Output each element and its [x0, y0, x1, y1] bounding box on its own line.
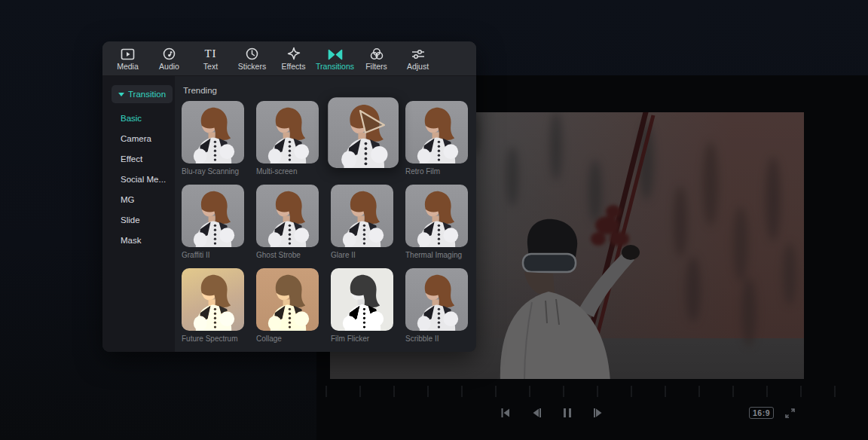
sidebar-item-slide[interactable]: Slide — [121, 215, 175, 236]
transition-card[interactable]: Scribble II — [405, 268, 468, 343]
transition-card[interactable]: Future Spectrum — [182, 268, 244, 343]
sidebar-item-mg[interactable]: MG — [121, 195, 175, 215]
transition-thumbnail — [182, 101, 244, 163]
tab-label: Effects — [282, 62, 306, 71]
transition-label: Future Spectrum — [182, 335, 244, 343]
transitions-icon — [328, 47, 343, 60]
sidebar-item-effect[interactable]: Effect — [121, 154, 175, 175]
transitions-grid: Blu-ray Scanning Multi-screen Retro Film — [182, 101, 476, 343]
tab-label: Text — [203, 62, 218, 71]
transition-label: Ghost Strobe — [256, 251, 319, 259]
transition-thumbnail — [405, 185, 468, 247]
playback-controls — [500, 407, 604, 418]
transition-thumbnail — [331, 185, 393, 247]
fullscreen-icon[interactable] — [784, 408, 796, 420]
transition-thumbnail — [256, 185, 319, 247]
transition-label: Multi-screen — [256, 167, 319, 176]
transition-card[interactable]: Retro Film — [405, 101, 468, 176]
transitions-content: Trending Blu-ray Scanning Multi-screen — [175, 76, 476, 352]
transition-card[interactable]: Collage — [256, 268, 319, 343]
transition-label: Blu-ray Scanning — [182, 167, 244, 176]
transition-label: Film Flicker — [331, 335, 393, 343]
tab-label: Audio — [159, 62, 179, 71]
next-frame-icon[interactable] — [592, 407, 604, 418]
transition-label: Collage — [256, 335, 319, 343]
transition-thumbnail — [328, 97, 399, 168]
transition-thumbnail — [256, 268, 319, 331]
transition-card[interactable]: Multi-screen — [256, 101, 319, 176]
transition-card[interactable]: Ghost Strobe — [256, 185, 319, 259]
filters-icon — [370, 47, 384, 60]
sidebar-item-social-media[interactable]: Social Me... — [121, 175, 175, 195]
transition-label: Scribble II — [405, 335, 468, 343]
transition-card[interactable]: Film Flicker — [331, 268, 393, 343]
transition-thumbnail — [405, 101, 468, 163]
adjust-icon — [411, 47, 425, 60]
sidebar-item-camera[interactable]: Camera — [121, 134, 175, 154]
tab-label: Filters — [365, 62, 387, 71]
sidebar-item-mask[interactable]: Mask — [121, 236, 175, 256]
tab-audio[interactable]: Audio — [148, 47, 190, 71]
media-icon — [121, 47, 135, 60]
tab-stickers[interactable]: Stickers — [231, 47, 273, 71]
app-window: 16:9 Media Audio TI — [0, 0, 868, 440]
pause-icon[interactable] — [561, 407, 573, 418]
transition-label: Retro Film — [405, 167, 468, 176]
transition-card[interactable]: Blu-ray Scanning — [182, 101, 244, 176]
tab-label: Stickers — [238, 62, 266, 71]
transitions-panel: Media Audio TI Text Stickers — [102, 41, 476, 352]
tab-label: Adjust — [407, 62, 429, 71]
sidebar-item-basic[interactable]: Basic — [121, 114, 175, 134]
previous-frame-icon[interactable] — [530, 407, 542, 418]
tab-filters[interactable]: Filters — [356, 47, 397, 71]
tab-label: Transitions — [316, 62, 354, 71]
transition-label: Glare II — [331, 251, 393, 259]
transition-thumbnail — [405, 268, 468, 331]
transition-card[interactable] — [331, 101, 393, 176]
panel-toolbar: Media Audio TI Text Stickers — [102, 41, 476, 76]
transition-thumbnail — [256, 101, 319, 163]
aspect-ratio-badge[interactable]: 16:9 — [749, 407, 774, 419]
category-list: Basic Camera Effect Social Me... MG Slid… — [102, 114, 175, 256]
section-title: Trending — [183, 86, 476, 95]
transition-thumbnail — [182, 185, 244, 247]
tab-effects[interactable]: Effects — [273, 47, 314, 71]
transition-label: Graffiti II — [182, 251, 244, 259]
transition-card[interactable]: Thermal Imaging — [405, 185, 468, 259]
skip-to-start-icon[interactable] — [500, 407, 511, 418]
tab-media[interactable]: Media — [107, 47, 148, 71]
transition-card[interactable]: Graffiti II — [182, 185, 244, 259]
transition-type-dropdown[interactable]: Transition — [112, 85, 173, 103]
dropdown-label: Transition — [128, 90, 166, 99]
stickers-icon — [246, 47, 258, 60]
effects-icon — [287, 47, 301, 60]
text-icon: TI — [204, 47, 216, 60]
tab-label: Media — [117, 62, 139, 71]
tab-transitions[interactable]: Transitions — [314, 47, 356, 71]
category-sidebar: Transition Basic Camera Effect Social Me… — [102, 76, 175, 352]
transition-thumbnail — [331, 268, 393, 331]
audio-icon — [163, 47, 176, 60]
transition-label: Thermal Imaging — [405, 251, 468, 259]
timeline-ruler[interactable] — [326, 386, 865, 397]
transition-thumbnail — [182, 268, 244, 331]
tab-text[interactable]: TI Text — [190, 47, 231, 71]
tab-adjust[interactable]: Adjust — [397, 47, 439, 71]
caret-down-icon — [118, 93, 124, 96]
transition-card[interactable]: Glare II — [331, 185, 393, 259]
